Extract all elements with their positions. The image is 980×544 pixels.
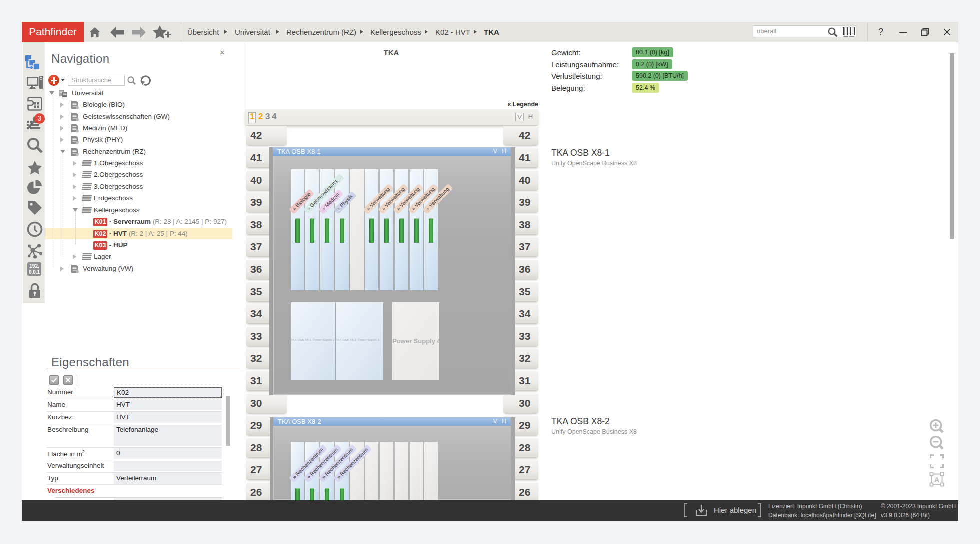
svg-text:A: A bbox=[934, 476, 940, 484]
